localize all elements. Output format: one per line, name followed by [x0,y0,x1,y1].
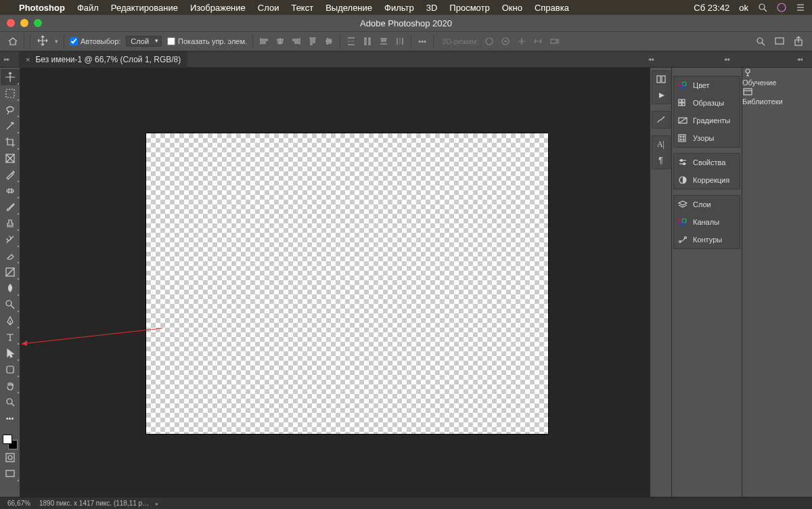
panel-properties[interactable]: Свойства [674,154,740,171]
dist-h-icon[interactable] [394,36,405,47]
path-select-tool[interactable] [1,345,20,361]
dist-top-icon[interactable] [346,36,357,47]
menu-window[interactable]: Окно [502,3,522,13]
color-panel-icon [677,80,689,91]
window-zoom-button[interactable] [34,19,42,27]
3d-pan-icon[interactable] [516,36,527,47]
canvas-area[interactable] [20,68,650,497]
document-dimensions[interactable]: 1890 пикс. x 1417 пикс. (118,11 p… [39,500,149,507]
hand-tool[interactable] [1,378,20,394]
type-tool[interactable] [1,329,20,345]
menu-3d[interactable]: 3D [426,3,438,13]
brushes-panel-icon[interactable] [655,114,667,125]
dist-bottom-icon[interactable] [378,36,389,47]
crop-tool[interactable] [1,134,20,150]
eraser-tool[interactable] [1,248,20,264]
collapse-colA-icon[interactable]: ◂◂ [647,56,655,62]
home-button[interactable] [5,34,24,49]
menu-text[interactable]: Текст [291,3,313,13]
collapse-colD-icon[interactable]: ◂◂ [796,56,804,62]
menu-image[interactable]: Изображение [190,3,246,13]
3d-orbit-icon[interactable] [484,36,495,47]
menu-file[interactable]: Файл [77,3,99,13]
svg-rect-65 [679,99,681,102]
frame-tool[interactable] [1,150,20,167]
panel-paths[interactable]: Контуры [674,231,740,248]
brush-tool[interactable] [1,199,20,215]
color-swatches[interactable] [3,435,18,449]
svg-point-74 [680,139,681,140]
panel-gradients[interactable]: Градиенты [674,112,740,129]
menubar-user[interactable]: ok [739,3,748,13]
autoselect-dropdown[interactable]: Слой [126,36,162,47]
screenmode-tool-icon[interactable] [1,466,20,482]
paragraph-panel-icon[interactable]: ¶ [655,155,667,166]
3d-camera-icon[interactable] [549,36,560,47]
menu-view[interactable]: Просмотр [449,3,489,13]
gradient-tool[interactable] [1,264,20,280]
siri-icon[interactable] [777,3,786,12]
menu-layers[interactable]: Слои [258,3,279,13]
eyedropper-tool[interactable] [1,167,20,183]
marquee-tool[interactable] [1,85,20,102]
menubar-clock[interactable]: Сб 23:42 [694,3,729,13]
notifications-icon[interactable] [796,3,805,12]
svg-line-53 [12,403,14,406]
history-panel-icon[interactable] [655,74,667,85]
stamp-tool[interactable] [1,215,20,231]
show-controls-checkbox[interactable]: Показать упр. элем. [167,37,247,45]
actions-panel-icon[interactable] [655,90,667,101]
panel-layers[interactable]: Слои [674,196,740,213]
panel-color[interactable]: Цвет [674,76,740,94]
quickmask-icon[interactable] [1,449,20,466]
align-left-icon[interactable] [258,36,269,47]
screenmode-icon[interactable]: ▾ [774,36,785,47]
more-align-icon[interactable]: ••• [417,36,428,47]
window-close-button[interactable] [7,19,15,27]
magic-wand-tool[interactable] [1,118,20,134]
share-icon[interactable] [793,36,804,47]
document-tab[interactable]: × Без имени-1 @ 66,7% (Слой 1, RGB/8) [19,51,187,68]
zoom-level[interactable]: 66,67% [5,500,32,507]
collapse-colC-icon[interactable]: ◂◂ [723,56,731,62]
menu-help[interactable]: Справка [535,3,569,13]
document-canvas[interactable] [146,133,548,434]
expand-toolbar-icon[interactable]: ▸▸ [3,56,11,62]
autoselect-checkbox[interactable]: Автовыбор: [70,37,120,45]
window-minimize-button[interactable] [20,19,28,27]
healing-tool[interactable] [1,183,20,199]
pen-tool[interactable] [1,313,20,329]
dodge-tool[interactable] [1,296,20,313]
zoom-tool[interactable] [1,394,20,410]
character-panel-icon[interactable]: A| [655,139,667,150]
menu-select[interactable]: Выделение [325,3,372,13]
panel-adjustments[interactable]: Коррекция [674,171,740,189]
3d-slide-icon[interactable] [533,36,543,47]
align-vcenter-icon[interactable] [323,36,334,47]
menu-edit[interactable]: Редактирование [111,3,178,13]
align-top-icon[interactable] [307,36,318,47]
history-brush-tool[interactable] [1,231,20,248]
move-tool[interactable] [1,69,20,85]
status-menu-icon[interactable]: ▸ [156,500,159,507]
app-name[interactable]: Photoshop [19,3,65,13]
3d-roll-icon[interactable] [500,36,511,47]
align-right-icon[interactable] [291,36,302,47]
lasso-tool[interactable] [1,102,20,118]
panel-libraries[interactable]: Библиотеки [742,87,812,106]
dist-vcenter-icon[interactable] [362,36,373,47]
search-icon[interactable] [755,36,766,47]
shape-tool[interactable] [1,361,20,378]
edit-toolbar-icon[interactable]: ••• [1,410,20,426]
panel-strip-a: A| ¶ [650,68,671,497]
svg-rect-66 [682,99,685,102]
align-hcenter-icon[interactable] [275,36,286,47]
panel-channels[interactable]: Каналы [674,213,740,231]
panel-swatches[interactable]: Образцы [674,94,740,112]
menu-filter[interactable]: Фильтр [384,3,414,13]
blur-tool[interactable] [1,280,20,296]
spotlight-icon[interactable] [758,3,767,12]
close-tab-icon[interactable]: × [26,56,30,64]
panel-learn[interactable]: Обучение [742,68,812,87]
panel-patterns[interactable]: Узоры [674,129,740,147]
